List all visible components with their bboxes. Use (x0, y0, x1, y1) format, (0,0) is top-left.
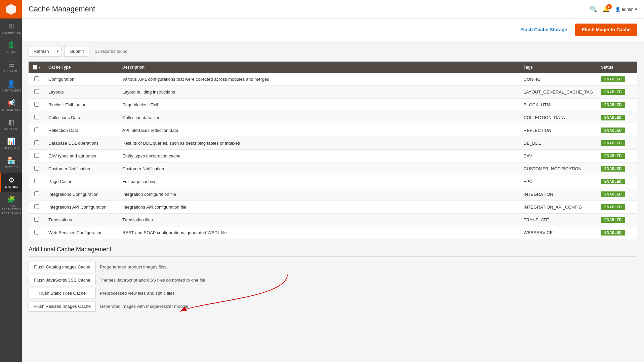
table-row: Customer Notification Customer Notificat… (29, 162, 637, 175)
sidebar-item-label: STORES (5, 166, 18, 169)
logo[interactable] (0, 0, 22, 19)
row-status: ENABLED (597, 137, 637, 150)
sidebar-item-label: CATALOG (4, 69, 19, 73)
sidebar: ⊞ DASHBOARD 💲 SALES ☰ CATALOG 👤 CUSTOMER… (0, 0, 22, 362)
row-cache-type: EAV types and attributes (44, 150, 118, 162)
sidebar-item-dashboard[interactable]: ⊞ DASHBOARD (0, 19, 22, 38)
row-status: ENABLED (597, 201, 637, 214)
select-all-checkbox[interactable] (33, 65, 37, 70)
sidebar-item-content[interactable]: ◧ CONTENT (0, 115, 22, 134)
row-checkbox[interactable] (34, 115, 39, 119)
sidebar-item-customers[interactable]: 👤 CUSTOMERS (0, 76, 22, 96)
row-status: ENABLED (597, 162, 637, 175)
additional-cache-button[interactable]: Flush Resized Images Cache (29, 301, 96, 312)
row-description: Layout building instructions (118, 86, 520, 99)
admin-user-menu[interactable]: 👤 admin ▾ (615, 7, 637, 12)
row-checkbox[interactable] (34, 204, 39, 209)
row-tags: WEBSERVICE (520, 226, 597, 239)
row-description: Page blocks HTML (118, 99, 520, 111)
row-checkbox[interactable] (34, 179, 39, 183)
row-checkbox[interactable] (34, 230, 39, 234)
row-checkbox-cell (29, 150, 44, 162)
status-badge: ENABLED (601, 230, 625, 236)
records-count: 13 records found (95, 49, 128, 54)
th-status: Status (597, 62, 637, 73)
refresh-group: Refresh ▾ (29, 46, 62, 57)
row-checkbox-cell (29, 162, 44, 175)
refresh-button[interactable]: Refresh (29, 46, 54, 57)
table-row: Blocks HTML output Page blocks HTML BLOC… (29, 99, 637, 111)
row-description: Customer Notification (118, 162, 520, 175)
additional-cache-section: Additional Cache Management Flush Catalo… (22, 239, 644, 318)
row-tags: REFLECTION (520, 124, 597, 137)
status-badge: ENABLED (601, 128, 625, 133)
row-checkbox-cell (29, 137, 44, 150)
th-cache-type: Cache Type (44, 62, 118, 73)
row-checkbox-cell (29, 226, 44, 239)
flush-magento-cache-button[interactable]: Flush Magento Cache (575, 24, 637, 36)
th-tags: Tags (520, 62, 597, 73)
dashboard-icon: ⊞ (8, 22, 14, 30)
row-description: Various XML configurations that were col… (118, 73, 520, 86)
row-status: ENABLED (597, 150, 637, 162)
table-row: Integrations API Configuration Integrati… (29, 201, 637, 214)
additional-cache-button[interactable]: Flush Static Files Cache (29, 288, 96, 298)
row-description: Entity types declaration cache (118, 150, 520, 162)
catalog-icon: ☰ (8, 60, 15, 68)
sidebar-item-label: CUSTOMERS (2, 89, 22, 92)
table-row: Web Services Configuration REST and SOAP… (29, 226, 637, 239)
row-checkbox[interactable] (34, 102, 39, 107)
row-tags: BLOCK_HTML (520, 99, 597, 111)
cache-table: ▾ Cache Type Description Tags Status Con… (29, 62, 637, 239)
row-tags: TRANSLATE (520, 214, 597, 226)
row-cache-type: Integrations API Configuration (44, 201, 118, 214)
flush-cache-storage-button[interactable]: Flush Cache Storage (516, 24, 571, 35)
row-checkbox[interactable] (34, 76, 39, 81)
sidebar-item-marketing[interactable]: 📢 MARKETING (0, 96, 22, 115)
sidebar-item-label: CONTENT (4, 127, 19, 131)
additional-cache-button[interactable]: Flush Catalog Images Cache (29, 262, 96, 272)
sidebar-item-label: MARKETING (2, 108, 21, 111)
additional-cache-button[interactable]: Flush JavaScript/CSS Cache (29, 275, 96, 285)
row-checkbox-cell (29, 214, 44, 226)
sidebar-item-system[interactable]: ⚙ SYSTEM (0, 173, 22, 192)
row-tags: COLLECTION_DATA (520, 111, 597, 124)
content-area: Flush Cache Storage Flush Magento Cache … (22, 19, 644, 362)
chevron-down-icon[interactable]: ▾ (39, 66, 40, 69)
row-checkbox[interactable] (34, 89, 39, 94)
row-checkbox-cell (29, 86, 44, 99)
row-checkbox[interactable] (34, 140, 39, 145)
row-checkbox[interactable] (34, 128, 39, 132)
row-checkbox[interactable] (34, 191, 39, 196)
row-tags: FPC (520, 175, 597, 188)
row-checkbox[interactable] (34, 217, 39, 222)
admin-user-icon: 👤 (615, 7, 620, 12)
sidebar-item-label: SALES (6, 50, 16, 53)
sidebar-item-stores[interactable]: 🏪 STORES (0, 153, 22, 172)
sidebar-item-catalog[interactable]: ☰ CATALOG (0, 57, 22, 76)
refresh-dropdown-button[interactable]: ▾ (54, 46, 62, 57)
admin-username: admin (622, 7, 634, 12)
submit-button[interactable]: Submit (65, 46, 89, 57)
row-status: ENABLED (597, 124, 637, 137)
status-badge: ENABLED (601, 76, 625, 82)
search-icon[interactable]: 🔍 (590, 5, 597, 13)
sidebar-item-extensions[interactable]: 🧩 FIND PARTNERS & EXTENSIONS (0, 192, 22, 218)
row-tags: INTEGRATION (520, 188, 597, 201)
row-tags: INTEGRATION_API_CONFIG (520, 201, 597, 214)
row-checkbox-cell (29, 188, 44, 201)
row-cache-type: Database DDL operations (44, 137, 118, 150)
customers-icon: 👤 (7, 80, 16, 88)
marketing-icon: 📢 (7, 99, 16, 107)
row-checkbox[interactable] (34, 166, 39, 171)
sidebar-item-reports[interactable]: 📊 REPORTS (0, 134, 22, 153)
table-row: Page Cache Full page caching FPC ENABLED (29, 175, 637, 188)
sidebar-item-sales[interactable]: 💲 SALES (0, 38, 22, 57)
reports-icon: 📊 (7, 137, 16, 145)
notification-button[interactable]: 🔔 5 (602, 5, 610, 13)
table-row: Configuration Various XML configurations… (29, 73, 637, 86)
sidebar-item-label: SYSTEM (5, 185, 18, 188)
row-checkbox[interactable] (34, 153, 39, 158)
row-tags: EAV (520, 150, 597, 162)
additional-item: Flush Static Files Cache Preprocessed vi… (29, 288, 637, 298)
